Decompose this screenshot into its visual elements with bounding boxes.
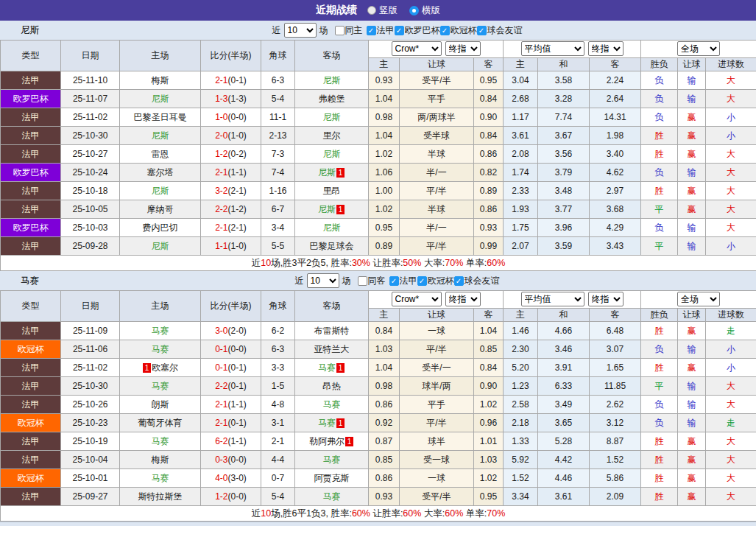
- cell-avg-home-odds: 5.20: [504, 359, 538, 377]
- cell-date: 25-10-26: [61, 396, 120, 414]
- avg-source-select[interactable]: 平均值: [521, 41, 584, 56]
- fulltime-score: 2-1: [215, 399, 227, 410]
- team-label: 弗赖堡: [319, 94, 345, 104]
- odds-stage-select[interactable]: 终指: [445, 292, 481, 306]
- col-header-score: 比分(半场): [201, 291, 261, 322]
- cell-score: 0-3(0-0): [201, 451, 261, 469]
- league-checkbox[interactable]: ✓: [454, 276, 464, 286]
- team-label: 费内巴切: [143, 222, 178, 233]
- cell-competition-type: 法甲: [1, 451, 61, 469]
- cell-goals-result: 小: [706, 237, 756, 256]
- league-checkbox[interactable]: ✓: [367, 26, 376, 35]
- same-venue-checkbox[interactable]: [335, 26, 345, 35]
- odds-stage-select[interactable]: 终指: [445, 41, 481, 56]
- odds-source-select[interactable]: Crow*: [392, 292, 442, 306]
- league-checkbox-option[interactable]: ✓欧罗巴杯: [395, 24, 440, 37]
- team-label: 布雷斯特: [314, 326, 350, 336]
- league-checkbox[interactable]: ✓: [477, 26, 487, 35]
- match-count-select[interactable]: 10: [307, 273, 339, 288]
- team-label: 里尔: [323, 130, 341, 141]
- league-checkbox[interactable]: ✓: [417, 276, 427, 286]
- cell-handicap-line: 平/半: [400, 340, 474, 359]
- avg-stage-select[interactable]: 终指: [588, 292, 623, 306]
- cell-result: 胜: [641, 182, 678, 200]
- odds-source-select[interactable]: Crow*: [392, 41, 442, 56]
- cell-avg-home-odds: 2.33: [504, 182, 538, 200]
- league-checkbox[interactable]: ✓: [440, 26, 450, 35]
- match-row: 法甲25-10-04梅斯0-3(0-0)4-4马赛0.85受一球1.035.92…: [1, 451, 756, 469]
- team-label: 朗斯: [152, 399, 169, 410]
- cell-date: 25-10-30: [61, 377, 120, 396]
- cell-avg-away-odds: 11.85: [590, 377, 641, 396]
- cell-avg-draw-odds: 6.33: [538, 377, 590, 396]
- cell-avg-home-odds: 2.30: [504, 340, 538, 359]
- cell-goals-result: 小: [706, 340, 756, 359]
- cell-handicap-result: 赢: [678, 451, 706, 469]
- cell-date: 25-10-01: [61, 469, 120, 488]
- league-checkbox-option[interactable]: ✓球会友谊: [477, 24, 523, 37]
- cell-score: 2-2(1-2): [201, 200, 261, 219]
- cell-handicap-result: 赢: [678, 200, 706, 219]
- cell-corners: 2-13: [261, 127, 295, 145]
- cell-result: 胜: [641, 451, 678, 469]
- horizontal-layout-label: 横版: [422, 4, 440, 17]
- col-header-avg-away: 客: [590, 57, 641, 71]
- league-checkbox[interactable]: ✓: [389, 276, 399, 286]
- cell-away-team: 马赛: [295, 396, 369, 414]
- fulltime-score: 2-1: [215, 75, 227, 85]
- cell-date: 25-09-28: [61, 237, 120, 256]
- fulltime-score: 1-2: [215, 491, 227, 502]
- cell-avg-away-odds: 1.98: [590, 127, 641, 145]
- col-header-avg-away: 客: [590, 308, 641, 321]
- league-checkbox[interactable]: ✓: [395, 26, 404, 35]
- cell-date: 25-11-10: [61, 71, 120, 90]
- team-label: 雷恩: [152, 149, 169, 159]
- fulltime-score: 3-2: [215, 186, 227, 196]
- league-checkbox-option[interactable]: ✓法甲: [367, 24, 395, 37]
- same-venue-checkbox-option[interactable]: 同客: [358, 275, 386, 287]
- radio-unselected-icon[interactable]: [367, 6, 376, 15]
- same-venue-checkbox-option[interactable]: 同主: [335, 24, 363, 37]
- same-venue-checkbox[interactable]: [358, 276, 367, 286]
- avg-source-select[interactable]: 平均值: [521, 292, 584, 306]
- cell-crow-home-odds: 1.06: [369, 164, 400, 182]
- cell-crow-away-odds: 0.84: [474, 359, 504, 377]
- cell-handicap-line: 平/半: [400, 182, 474, 200]
- cell-competition-type: 法甲: [1, 377, 61, 396]
- league-checkboxes: 同主✓法甲✓欧罗巴杯✓欧冠杯✓球会友谊: [331, 24, 523, 37]
- cell-handicap-result: 赢: [678, 127, 706, 145]
- league-checkbox-option[interactable]: ✓欧冠杯: [417, 275, 454, 287]
- scope-select[interactable]: 全场: [677, 292, 720, 306]
- halftime-score: (0-1): [228, 362, 247, 373]
- avg-stage-select[interactable]: 终指: [588, 41, 623, 56]
- league-checkbox-option[interactable]: ✓欧冠杯: [440, 24, 477, 37]
- cell-date: 25-10-03: [61, 219, 120, 237]
- cell-crow-away-odds: 0.95: [474, 71, 504, 90]
- team-label: 欧塞尔: [152, 362, 178, 373]
- match-count-select[interactable]: 10: [284, 23, 317, 38]
- cell-handicap-result: 输: [678, 396, 706, 414]
- league-checkbox-option[interactable]: ✓法甲: [389, 275, 417, 287]
- league-checkbox-option[interactable]: ✓球会友谊: [454, 275, 500, 287]
- team-label: 摩纳哥: [147, 204, 174, 214]
- scope-dropdown-cell: 全场: [641, 41, 756, 58]
- cell-score: 2-2(0-1): [201, 377, 261, 396]
- cell-avg-draw-odds: 5.28: [538, 432, 590, 451]
- vertical-layout-radio-option[interactable]: 竖版: [367, 4, 398, 17]
- horizontal-layout-radio-option[interactable]: 横版: [409, 4, 440, 17]
- cell-date: 25-10-24: [61, 164, 120, 182]
- halftime-score: (0-0): [228, 491, 247, 502]
- summary-stat-value: 60%: [403, 508, 421, 519]
- cell-result: 胜: [641, 432, 678, 451]
- cell-corners: 6-3: [261, 340, 295, 359]
- cell-goals-result: 大: [706, 396, 756, 414]
- cell-avg-home-odds: 2.08: [504, 145, 538, 164]
- cell-score: 2-1(1-1): [201, 396, 261, 414]
- cell-avg-draw-odds: 3.67: [538, 127, 590, 145]
- scope-select[interactable]: 全场: [677, 41, 720, 56]
- cell-home-team: 尼斯: [120, 237, 201, 256]
- col-header-handicap-result: 让球: [678, 57, 706, 71]
- match-row: 法甲25-10-19马赛6-2(1-1)2-1勒阿弗尔10.87球半1.011.…: [1, 432, 756, 451]
- cell-avg-home-odds: 1.33: [504, 432, 538, 451]
- radio-selected-icon[interactable]: [409, 6, 419, 15]
